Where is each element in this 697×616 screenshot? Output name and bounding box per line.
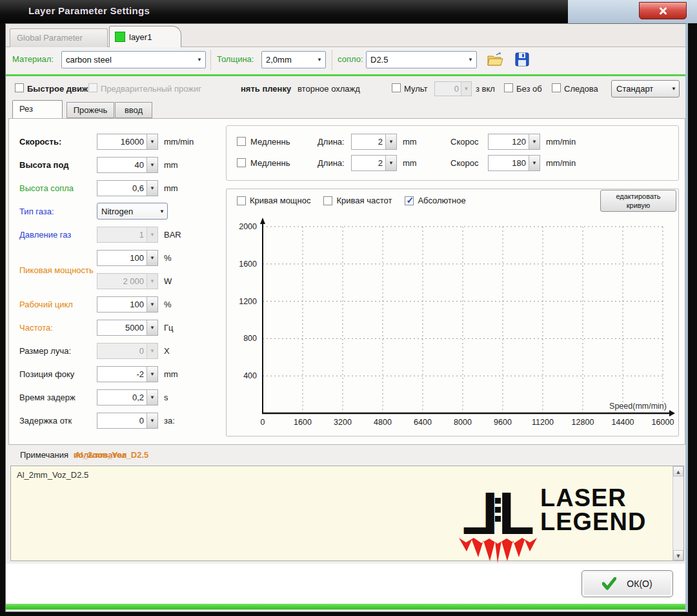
tab-global-parameter[interactable]: Global Parameter	[10, 28, 108, 47]
power-curve-checkbox[interactable]	[237, 196, 246, 205]
param-spinner: 1▼	[97, 227, 158, 243]
param-spinner[interactable]: 5000▼	[97, 320, 158, 336]
freq-curve-checkbox[interactable]	[323, 196, 332, 205]
slow-start-row: МедленньДлина:2▼mmСкорос180▼mm/min	[237, 154, 678, 171]
slow-start-checkbox[interactable]	[237, 137, 246, 146]
length-spinner[interactable]: 2▼	[351, 134, 397, 150]
svg-text:14400: 14400	[612, 418, 634, 427]
scroll-up-icon[interactable]: ▲	[673, 466, 683, 477]
multi-count-spinner: 0 ▼	[434, 81, 472, 96]
param-spinner[interactable]: 16000▼	[97, 134, 158, 150]
follow-label: Следова	[564, 84, 598, 94]
chevron-down-icon: ▼	[529, 156, 540, 170]
param-spinner[interactable]: 0,6▼	[97, 180, 158, 196]
toolbar-divider	[332, 50, 332, 70]
tab-input[interactable]: ввод	[115, 102, 152, 118]
speed-spinner[interactable]: 120▼	[488, 134, 540, 150]
param-label: Высота под	[19, 160, 97, 170]
param-value: 100	[97, 297, 146, 312]
param-label: Высота сопла	[19, 183, 97, 193]
param-value: 0,2	[97, 390, 146, 405]
svg-text:Speed(mm/min): Speed(mm/min)	[609, 402, 667, 411]
param-spinner: 0▼	[97, 343, 158, 359]
chevron-down-icon: ▼	[146, 297, 157, 312]
check-icon	[602, 577, 616, 590]
multi-checkbox[interactable]	[392, 83, 401, 92]
pre-pierce-label: Предварительный прожиг	[101, 84, 201, 94]
param-spinner[interactable]: -2▼	[97, 366, 158, 382]
edit-curve-line2: кривую	[601, 201, 676, 210]
close-icon	[658, 6, 667, 15]
save-icon[interactable]	[513, 50, 531, 68]
power-curve-box: Кривая мощнос Кривая частот Абсолютное е…	[226, 189, 679, 436]
svg-text:9600: 9600	[494, 418, 512, 427]
ok-button[interactable]: ОК(O)	[581, 570, 673, 597]
svg-text:3200: 3200	[334, 418, 352, 427]
notes-text: Al_2mm_Voz_D2.5	[17, 470, 88, 480]
param-unit: s	[164, 393, 168, 402]
notes-label: Примечания	[20, 450, 68, 460]
thickness-select[interactable]: 2,0mm ▼	[261, 51, 326, 68]
param-spinner[interactable]: 100▼	[97, 296, 158, 313]
svg-text:1600: 1600	[239, 260, 257, 269]
notes-textarea[interactable]: Al_2mm_Voz_D2.5 ▲ ▼	[10, 466, 684, 561]
param-spinner[interactable]: 0,2▼	[97, 389, 158, 406]
cooling-option-label: вторное охлажд	[298, 84, 360, 94]
param-unit: W	[164, 276, 172, 286]
speed-label: Скорос	[450, 137, 488, 147]
tab-layer1[interactable]: layer1	[109, 26, 181, 47]
notes-scrollbar[interactable]: ▲ ▼	[672, 466, 683, 560]
pre-pierce-checkbox[interactable]	[88, 83, 97, 92]
mode-select[interactable]: Стандарт ▼	[611, 80, 680, 98]
absolute-checkbox[interactable]	[405, 196, 414, 205]
param-label: Пиковая мощность	[19, 265, 97, 275]
tab-pierce[interactable]: Прожечь	[66, 102, 114, 118]
param-value: -2	[97, 367, 146, 382]
svg-text:8000: 8000	[454, 418, 472, 427]
close-button[interactable]	[639, 2, 687, 19]
gas-type-select[interactable]: Nitrogen▼	[97, 203, 168, 220]
chevron-down-icon: ▼	[385, 134, 396, 149]
tab-strip: Global Parameter layer1	[6, 24, 685, 47]
svg-text:0: 0	[261, 418, 265, 427]
param-unit: BAR	[164, 230, 181, 240]
mode-value: Стандарт	[612, 84, 669, 94]
param-spinner[interactable]: 0▼	[97, 413, 158, 429]
param-row: 100▼%	[19, 249, 194, 266]
chevron-down-icon: ▼	[146, 251, 157, 265]
tab-cut[interactable]: Рез	[12, 100, 63, 118]
material-select[interactable]: carbon steel ▼	[61, 51, 206, 68]
chevron-down-icon: ▼	[669, 86, 679, 92]
no-ob-checkbox[interactable]	[504, 83, 513, 92]
open-folder-icon[interactable]	[486, 50, 504, 68]
edit-curve-line1: едактировать	[601, 192, 676, 201]
param-value: 2 000	[97, 274, 146, 289]
param-spinner: 2 000▼	[97, 273, 158, 289]
speed-value: 180	[489, 156, 529, 170]
slow-start-checkbox[interactable]	[237, 158, 246, 167]
svg-text:400: 400	[243, 371, 257, 380]
param-label: Размер луча:	[19, 346, 97, 356]
length-spinner[interactable]: 2▼	[351, 155, 397, 171]
edit-curve-button[interactable]: едактировать кривую	[600, 190, 676, 212]
param-spinner[interactable]: 100▼	[97, 250, 158, 266]
param-value: 0	[97, 344, 146, 358]
param-unit: X	[164, 346, 170, 356]
param-label: Скорость:	[19, 137, 97, 147]
chevron-down-icon: ▼	[314, 57, 325, 63]
param-unit: Гц	[164, 323, 174, 333]
length-unit: mm	[403, 158, 432, 168]
param-unit: mm	[164, 160, 178, 170]
nozzle-value: D2.5	[367, 55, 465, 65]
follow-checkbox[interactable]	[552, 83, 561, 92]
fast-move-checkbox[interactable]	[15, 83, 24, 92]
param-row: Давление газ1▼BAR	[19, 226, 194, 243]
nozzle-select[interactable]: D2.5 ▼	[366, 51, 477, 68]
param-unit: mm/min	[164, 137, 194, 147]
scroll-down-icon[interactable]: ▼	[673, 550, 683, 560]
param-spinner[interactable]: 40▼	[97, 157, 158, 173]
speed-spinner[interactable]: 180▼	[488, 155, 540, 171]
title-bar: Layer Parameter Settings	[0, 0, 697, 23]
material-label: Материал:	[12, 54, 54, 64]
notes-overlay-front: Al_2mm_Voz_D2.5	[75, 450, 149, 460]
